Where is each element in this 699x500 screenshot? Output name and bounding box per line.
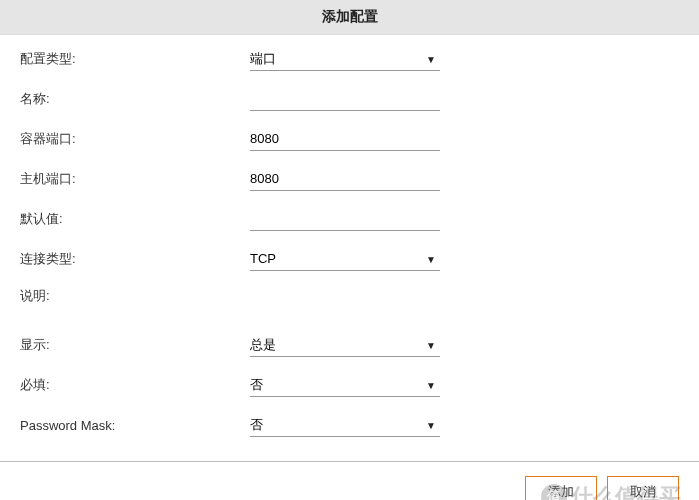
input-container-port-wrap <box>250 127 440 151</box>
cancel-button[interactable]: 取消 <box>607 476 679 500</box>
add-config-dialog: 添加配置 配置类型: ▼ 名称: 容器端口: 主机端口: <box>0 0 699 500</box>
label-config-type: 配置类型: <box>20 50 250 68</box>
select-display-value[interactable] <box>250 333 440 357</box>
select-display[interactable]: ▼ <box>250 333 440 357</box>
row-required: 必填: ▼ <box>20 373 679 397</box>
label-name: 名称: <box>20 90 250 108</box>
label-password-mask: Password Mask: <box>20 418 250 433</box>
label-display: 显示: <box>20 336 250 354</box>
label-default-value: 默认值: <box>20 210 250 228</box>
input-default-value[interactable] <box>250 207 440 231</box>
select-required-value[interactable] <box>250 373 440 397</box>
label-host-port: 主机端口: <box>20 170 250 188</box>
add-button[interactable]: 添加 <box>525 476 597 500</box>
row-display: 显示: ▼ <box>20 333 679 357</box>
select-config-type[interactable]: ▼ <box>250 47 440 71</box>
row-name: 名称: <box>20 87 679 111</box>
dialog-body: 配置类型: ▼ 名称: 容器端口: 主机端口: 默认值: <box>0 35 699 461</box>
label-required: 必填: <box>20 376 250 394</box>
select-config-type-value[interactable] <box>250 47 440 71</box>
select-conn-type[interactable]: ▼ <box>250 247 440 271</box>
input-default-value-wrap <box>250 207 440 231</box>
row-container-port: 容器端口: <box>20 127 679 151</box>
label-description: 说明: <box>20 287 250 305</box>
row-host-port: 主机端口: <box>20 167 679 191</box>
select-conn-type-value[interactable] <box>250 247 440 271</box>
label-conn-type: 连接类型: <box>20 250 250 268</box>
input-name-wrap <box>250 87 440 111</box>
row-default-value: 默认值: <box>20 207 679 231</box>
input-container-port[interactable] <box>250 127 440 151</box>
input-name[interactable] <box>250 87 440 111</box>
select-password-mask-value[interactable] <box>250 413 440 437</box>
row-password-mask: Password Mask: ▼ <box>20 413 679 437</box>
input-host-port[interactable] <box>250 167 440 191</box>
select-password-mask[interactable]: ▼ <box>250 413 440 437</box>
select-required[interactable]: ▼ <box>250 373 440 397</box>
row-config-type: 配置类型: ▼ <box>20 47 679 71</box>
dialog-title: 添加配置 <box>0 0 699 35</box>
row-description: 说明: <box>20 287 679 305</box>
input-host-port-wrap <box>250 167 440 191</box>
label-container-port: 容器端口: <box>20 130 250 148</box>
dialog-footer: 添加 取消 <box>0 462 699 500</box>
row-conn-type: 连接类型: ▼ <box>20 247 679 271</box>
